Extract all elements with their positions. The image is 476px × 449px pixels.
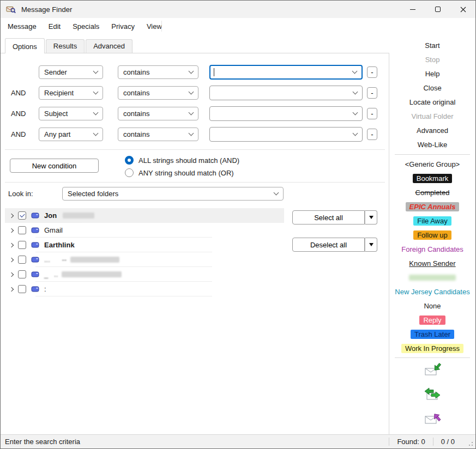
menu-view[interactable]: View — [141, 20, 168, 33]
incoming-mail-icon[interactable] — [389, 362, 475, 378]
folder-row[interactable]: Earthlink — [5, 238, 284, 252]
folder-checkbox[interactable] — [18, 226, 26, 234]
look-in-select[interactable]: Selected folders — [62, 187, 284, 201]
label-generic-group[interactable]: <Generic Group> — [401, 160, 463, 169]
window-title: Message Finder — [21, 5, 72, 14]
chevron-down-icon — [353, 110, 358, 116]
label-bookmark[interactable]: Bookmark — [413, 174, 453, 183]
message-finder-window: Message Finder Message Edit Specials Pri… — [0, 0, 476, 449]
operator-select[interactable]: contains — [118, 107, 198, 120]
look-in-value: Selected folders — [68, 190, 118, 198]
tab-options[interactable]: Options — [5, 38, 45, 53]
folder-row[interactable]: : — [5, 282, 284, 296]
menu-privacy[interactable]: Privacy — [105, 20, 141, 33]
stop-button: Stop — [389, 53, 475, 67]
search-value-input[interactable] — [209, 106, 363, 121]
menu-specials[interactable]: Specials — [67, 20, 105, 33]
label-none[interactable]: None — [420, 301, 444, 311]
outgoing-mail-icon[interactable] — [389, 411, 475, 427]
folder-row[interactable]: _ .. — [5, 267, 284, 282]
label-known-sender[interactable]: Known Sender — [405, 259, 459, 268]
close-dialog-button[interactable]: Close — [389, 81, 475, 95]
chevron-right-icon[interactable] — [9, 257, 14, 262]
divider — [5, 182, 385, 183]
folder-checkbox[interactable] — [18, 270, 26, 278]
help-button[interactable]: Help — [389, 67, 475, 81]
match-all-option[interactable]: ALL strings should match (AND) — [125, 155, 239, 166]
folder-checkbox[interactable] — [18, 285, 26, 293]
field-select-value: Any part — [44, 130, 70, 138]
label-reply[interactable]: Reply — [419, 315, 445, 325]
mailbox-icon — [31, 256, 40, 263]
virtual-folder-button: Virtual Folder — [389, 110, 475, 124]
field-select[interactable]: Subject — [39, 107, 103, 120]
maximize-button[interactable] — [425, 1, 450, 18]
deselect-all-dropdown-button[interactable] — [365, 238, 377, 252]
folder-row[interactable]: ... -- — [5, 252, 284, 267]
field-select[interactable]: Recipient — [39, 86, 103, 100]
menu-message[interactable]: Message — [2, 20, 43, 33]
label-new-jersey-candidates[interactable]: New Jersey Candidates — [391, 287, 473, 296]
label-trash-later[interactable]: Trash Later — [411, 330, 454, 339]
operator-select[interactable]: contains — [118, 86, 198, 100]
radio-icon[interactable] — [125, 168, 134, 177]
operator-select[interactable]: contains — [118, 65, 198, 79]
label-file-away[interactable]: File Away — [413, 216, 451, 226]
mailbox-icon — [31, 241, 40, 248]
chevron-down-icon — [189, 110, 194, 116]
field-select[interactable]: Sender — [39, 65, 103, 79]
label-foreign-candidates[interactable]: Foreign Candidates — [397, 245, 467, 254]
search-value-input[interactable] — [209, 86, 363, 100]
exchange-mail-icon[interactable] — [389, 387, 475, 402]
advanced-button[interactable]: Advanced — [389, 124, 475, 138]
folder-row[interactable]: Gmail — [5, 223, 284, 238]
resize-grip[interactable] — [472, 445, 473, 446]
minimize-button[interactable] — [400, 1, 425, 18]
deselect-all-button[interactable]: Deselect all — [292, 238, 365, 252]
chevron-right-icon[interactable] — [9, 287, 14, 291]
field-select[interactable]: Any part — [39, 128, 103, 141]
search-value-input[interactable] — [209, 127, 363, 142]
operator-select-value: contains — [123, 89, 149, 97]
start-button[interactable]: Start — [389, 39, 475, 53]
select-all-button[interactable]: Select all — [292, 210, 365, 225]
label-work-in-progress[interactable]: Work In Progress — [401, 344, 463, 353]
label-completed[interactable]: Completed — [412, 188, 454, 197]
folder-checkbox[interactable] — [18, 211, 26, 220]
close-icon — [460, 7, 466, 13]
redacted-text — [63, 213, 94, 219]
web-like-button[interactable]: Web-Like — [389, 138, 475, 152]
menu-edit[interactable]: Edit — [43, 20, 67, 33]
folder-checkbox[interactable] — [18, 241, 26, 249]
sidebar-divider — [395, 357, 470, 358]
locate-original-button[interactable]: Locate original — [389, 95, 475, 110]
chevron-right-icon[interactable] — [9, 228, 14, 232]
radio-icon[interactable] — [125, 156, 134, 165]
chevron-right-icon[interactable] — [9, 242, 14, 247]
tab-results[interactable]: Results — [46, 39, 85, 53]
folder-tree: Jon Gmail Earthlink — [5, 208, 284, 430]
mailbox-icon — [31, 286, 40, 293]
chevron-down-icon — [93, 69, 99, 74]
label-follow-up[interactable]: Follow up — [413, 230, 451, 240]
match-any-option[interactable]: ANY string should match (OR) — [125, 167, 239, 178]
mailbox-icon — [31, 212, 40, 219]
close-button[interactable] — [450, 1, 475, 18]
folder-row[interactable]: Jon — [5, 208, 284, 223]
chevron-right-icon[interactable] — [9, 272, 14, 276]
remove-condition-button[interactable]: - — [367, 87, 377, 99]
folder-label: Earthlink — [44, 241, 75, 249]
remove-condition-button[interactable]: - — [367, 108, 377, 119]
remove-condition-button[interactable]: - — [367, 129, 377, 140]
new-condition-button[interactable]: New condition — [10, 159, 99, 173]
label-epic-annuals[interactable]: EPIC Annuals — [406, 202, 460, 211]
chevron-right-icon[interactable] — [9, 213, 14, 217]
options-pane: Sender contains - AND Recipient contains… — [1, 53, 389, 434]
remove-condition-button[interactable]: - — [367, 66, 377, 78]
search-value-input[interactable] — [209, 65, 363, 80]
select-all-dropdown-button[interactable] — [365, 210, 377, 225]
operator-select[interactable]: contains — [118, 128, 198, 141]
tab-advanced[interactable]: Advanced — [86, 39, 132, 53]
folder-checkbox[interactable] — [18, 256, 26, 264]
operator-select-value: contains — [123, 68, 149, 76]
